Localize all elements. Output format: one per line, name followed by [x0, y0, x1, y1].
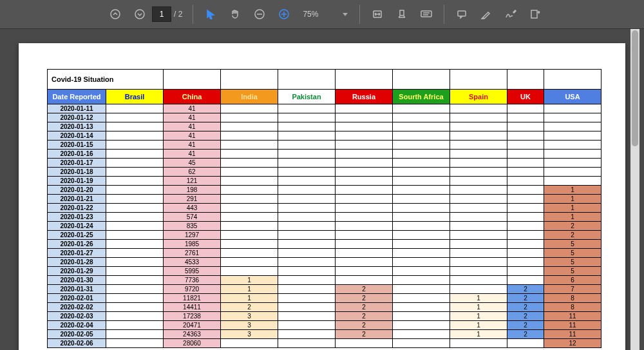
table-title-row: Covid-19 Situation	[48, 70, 601, 90]
read-mode-button[interactable]	[414, 0, 439, 28]
hdr-china: China	[164, 90, 221, 104]
zoom-in-button[interactable]	[272, 0, 296, 28]
export-icon	[529, 8, 541, 20]
table-row: 2020-01-235741	[48, 213, 601, 222]
table-row: 2020-01-1641	[48, 150, 601, 159]
page-view-button[interactable]	[390, 0, 414, 28]
table-row: 2020-01-1862	[48, 168, 601, 177]
page-number-input[interactable]: 1	[152, 6, 171, 22]
hdr-india: India	[221, 90, 278, 104]
hdr-spain: Spain	[450, 90, 507, 104]
export-button[interactable]	[523, 0, 547, 28]
svg-point-0	[111, 10, 120, 19]
scrollbar-thumb[interactable]	[632, 30, 638, 146]
table-row: 2020-01-2845335	[48, 258, 601, 267]
hand-icon	[229, 8, 241, 20]
fit-width-button[interactable]	[365, 0, 390, 28]
table-row: 2020-01-1745	[48, 159, 601, 168]
table-row: 2020-01-30773616	[48, 276, 601, 285]
svg-rect-12	[531, 10, 537, 18]
hdr-russia: Russia	[336, 90, 393, 104]
fit-width-icon	[372, 8, 383, 20]
select-tool-button[interactable]	[198, 0, 223, 28]
hdr-usa: USA	[544, 90, 601, 104]
highlight-button[interactable]	[474, 0, 498, 28]
table-row: 2020-01-1341	[48, 122, 601, 131]
table-row: 2020-02-062806012	[48, 339, 601, 348]
table-row: 2020-01-1441	[48, 131, 601, 141]
zoom-level-text: 75%	[303, 10, 318, 19]
table-row: 2020-02-0317238321211	[48, 312, 601, 321]
table-row: 2020-01-3197201227	[48, 285, 601, 294]
sheet-title: Covid-19 Situation	[48, 70, 164, 90]
table-row: 2020-01-2727615	[48, 249, 601, 258]
table-row: 2020-01-248352	[48, 222, 601, 231]
table-row: 2020-01-201981	[48, 186, 601, 195]
arrow-down-circle-icon	[134, 8, 146, 20]
table-row: 2020-01-1141	[48, 104, 601, 113]
hdr-brasil: Brasil	[106, 90, 164, 104]
table-row: 2020-01-19121	[48, 177, 601, 186]
table-row: 2020-02-011182112128	[48, 294, 601, 303]
svg-rect-7	[400, 10, 404, 15]
zoom-out-button[interactable]	[247, 0, 272, 28]
pan-tool-button[interactable]	[223, 0, 247, 28]
vertical-scrollbar[interactable]	[630, 29, 639, 350]
page-view-icon	[396, 8, 408, 20]
pdf-viewport[interactable]: Covid-19 Situation Date Reported Brasil …	[0, 29, 644, 350]
table-row: 2020-01-2619855	[48, 240, 601, 249]
comment-icon	[456, 8, 468, 20]
zoom-in-icon	[278, 8, 290, 20]
next-page-button[interactable]	[128, 0, 152, 28]
comment-button[interactable]	[450, 0, 474, 28]
table-header-row: Date Reported Brasil China India Pakista…	[48, 90, 601, 104]
covid-table: Covid-19 Situation Date Reported Brasil …	[47, 69, 601, 348]
pdf-page: Covid-19 Situation Date Reported Brasil …	[19, 43, 625, 350]
table-row: 2020-02-0524363321211	[48, 330, 601, 339]
zoom-out-icon	[254, 8, 265, 20]
table-row: 2020-01-2512972	[48, 231, 601, 240]
pdf-toolbar: 1 / 2 75%	[0, 0, 644, 29]
table-row: 2020-02-021441122128	[48, 303, 601, 312]
prev-page-button[interactable]	[103, 0, 128, 28]
svg-point-1	[135, 10, 144, 19]
table-row: 2020-01-212911	[48, 195, 601, 204]
table-row: 2020-01-2959955	[48, 267, 601, 276]
hdr-sa: Sourth Africa	[393, 90, 450, 104]
svg-rect-8	[421, 11, 431, 17]
table-row: 2020-01-224431	[48, 204, 601, 213]
chevron-down-icon	[343, 13, 348, 16]
table-row: 2020-01-1541	[48, 141, 601, 150]
hdr-date: Date Reported	[48, 90, 106, 104]
svg-rect-11	[458, 11, 466, 16]
sign-button[interactable]	[498, 0, 523, 28]
highlighter-icon	[480, 8, 492, 20]
table-row: 2020-01-1241	[48, 113, 601, 122]
cursor-icon	[205, 9, 216, 19]
hdr-pak: Pakistan	[278, 90, 336, 104]
signature-icon	[504, 8, 517, 20]
zoom-level-select[interactable]: 75%	[299, 7, 352, 21]
read-mode-icon	[420, 9, 433, 19]
arrow-up-circle-icon	[109, 8, 121, 20]
hdr-uk: UK	[507, 90, 544, 104]
page-total-label: / 2	[174, 10, 182, 19]
table-row: 2020-02-0420471321211	[48, 321, 601, 330]
